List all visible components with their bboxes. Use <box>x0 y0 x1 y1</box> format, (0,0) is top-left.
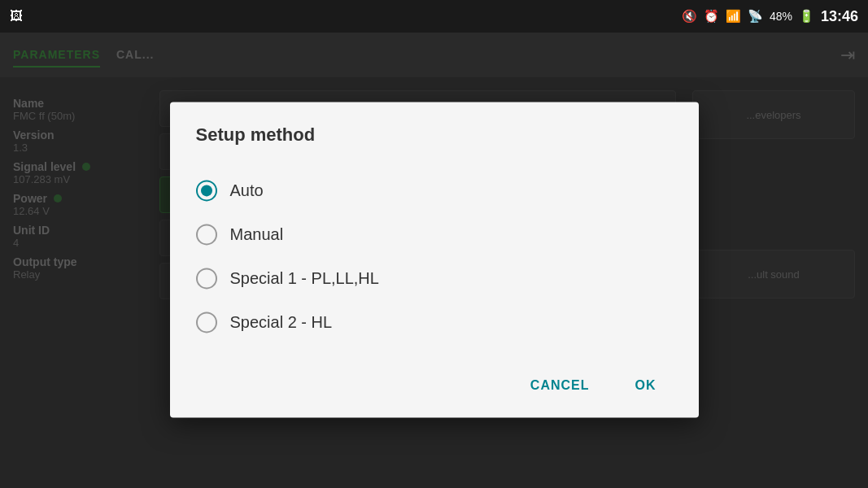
radio-special2-circle[interactable] <box>196 312 217 333</box>
radio-manual-circle[interactable] <box>196 224 217 245</box>
signal-icon: 📡 <box>748 9 763 24</box>
radio-special1-label: Special 1 - PL,LL,HL <box>230 269 379 288</box>
ok-button[interactable]: OK <box>619 370 673 401</box>
status-bar: 🖼 🔇 ⏰ 📶 📡 48% 🔋 13:46 <box>0 0 868 33</box>
app-icon: 🖼 <box>10 9 23 24</box>
dialog-buttons: CANCEL OK <box>196 364 673 401</box>
cancel-button[interactable]: CANCEL <box>514 370 606 401</box>
radio-special2[interactable]: Special 2 - HL <box>196 300 673 344</box>
dialog-title: Setup method <box>196 124 673 146</box>
radio-manual[interactable]: Manual <box>196 212 673 256</box>
radio-special2-label: Special 2 - HL <box>230 313 333 332</box>
radio-special1[interactable]: Special 1 - PL,LL,HL <box>196 256 673 300</box>
wifi-icon: 📶 <box>726 9 741 24</box>
setup-method-dialog: Setup method Auto Manual Special 1 - PL,… <box>170 102 699 417</box>
radio-auto-circle[interactable] <box>196 180 217 201</box>
radio-manual-label: Manual <box>230 225 284 244</box>
radio-auto-label: Auto <box>230 181 264 200</box>
battery-icon: 🔋 <box>799 9 814 24</box>
battery-percent: 48% <box>770 10 792 23</box>
radio-special1-circle[interactable] <box>196 268 217 289</box>
alarm-icon: ⏰ <box>704 9 719 24</box>
status-bar-left: 🖼 <box>10 9 23 24</box>
bluetooth-muted-icon: 🔇 <box>682 9 697 24</box>
radio-auto-inner <box>201 185 212 196</box>
status-bar-right: 🔇 ⏰ 📶 📡 48% 🔋 13:46 <box>682 8 858 25</box>
radio-auto[interactable]: Auto <box>196 168 673 212</box>
status-time: 13:46 <box>821 8 858 25</box>
